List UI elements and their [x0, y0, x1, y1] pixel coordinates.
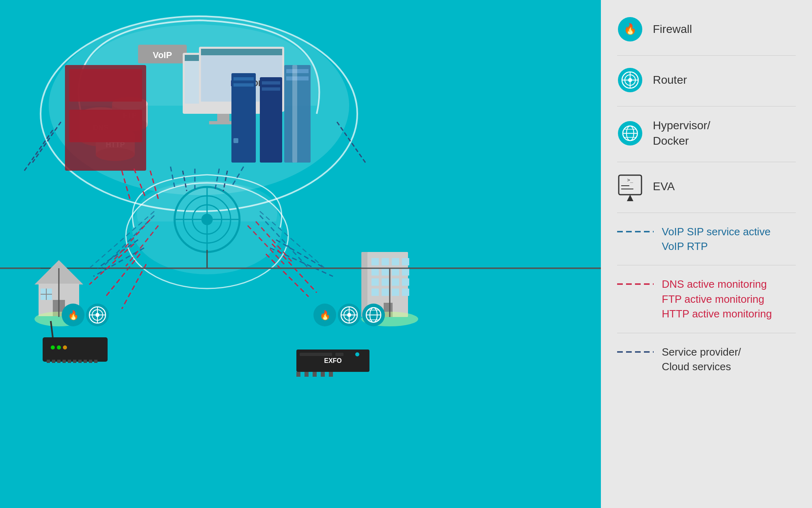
- svg-rect-76: [52, 360, 55, 363]
- diagram-area: VoIP DNS FTP HTTP EXFO: [0, 0, 601, 508]
- svg-rect-127: [321, 372, 325, 377]
- svg-rect-87: [371, 258, 379, 265]
- svg-rect-88: [382, 258, 389, 265]
- eva-label: EVA: [653, 179, 675, 194]
- svg-rect-124: [296, 372, 300, 377]
- svg-point-73: [57, 345, 61, 350]
- service-line-label: Service provider/Cloud services: [662, 345, 741, 374]
- svg-rect-36: [233, 77, 254, 80]
- svg-rect-97: [392, 278, 399, 286]
- svg-rect-81: [78, 360, 82, 363]
- svg-rect-28: [217, 114, 229, 122]
- router-label: Router: [653, 72, 687, 88]
- legend-voip-line: VoIP SIP service activeVoIP RTP: [617, 224, 796, 254]
- svg-rect-125: [304, 372, 309, 377]
- svg-point-74: [63, 345, 67, 350]
- dns-line-label: DNS active monitoringFTP active monitori…: [662, 277, 772, 321]
- svg-rect-32: [201, 49, 282, 55]
- svg-rect-37: [233, 83, 254, 87]
- svg-rect-70: [43, 337, 108, 362]
- svg-rect-83: [89, 360, 92, 363]
- svg-rect-93: [392, 268, 399, 276]
- svg-rect-89: [392, 258, 399, 265]
- divider-5: [617, 265, 796, 265]
- divider-2: [617, 106, 796, 106]
- voip-line-label: VoIP SIP service activeVoIP RTP: [662, 224, 771, 254]
- svg-rect-92: [382, 268, 389, 276]
- firewall-label: Firewall: [653, 22, 692, 37]
- svg-rect-80: [73, 360, 76, 363]
- svg-rect-101: [392, 289, 399, 296]
- divider-4: [617, 213, 796, 213]
- svg-rect-21: [69, 69, 142, 102]
- svg-rect-22: [69, 110, 142, 142]
- svg-rect-99: [371, 289, 379, 296]
- svg-rect-82: [84, 360, 87, 363]
- svg-rect-75: [47, 360, 50, 363]
- svg-rect-126: [313, 372, 317, 377]
- diagram-svg: VoIP DNS FTP HTTP EXFO: [0, 0, 601, 508]
- svg-point-72: [51, 345, 55, 350]
- legend-eva: >_ EVA: [617, 174, 796, 200]
- firewall-legend-icon: 🔥: [617, 16, 643, 42]
- svg-rect-91: [371, 268, 379, 276]
- legend-dns-line: DNS active monitoringFTP active monitori…: [617, 277, 796, 321]
- svg-text:EXFO: EXFO: [324, 357, 342, 364]
- svg-text:🔥: 🔥: [68, 310, 79, 321]
- hypervisor-legend-icon: [617, 120, 643, 146]
- svg-rect-41: [262, 87, 280, 91]
- service-dashed-line: [617, 348, 654, 358]
- hypervisor-label: Hypervisor/Docker: [653, 118, 710, 149]
- svg-text:>_: >_: [627, 177, 633, 183]
- svg-rect-94: [402, 268, 409, 276]
- svg-rect-78: [63, 360, 66, 363]
- svg-rect-122: [335, 353, 343, 356]
- svg-rect-45: [292, 65, 297, 163]
- svg-rect-96: [382, 278, 389, 286]
- svg-rect-98: [402, 278, 409, 286]
- legend-router: Router: [617, 67, 796, 93]
- dns-dashed-line: [617, 280, 654, 290]
- svg-rect-44: [286, 76, 309, 80]
- legend-panel: 🔥 Firewall Router: [601, 0, 812, 508]
- eva-legend-icon: >_: [617, 174, 643, 200]
- svg-rect-43: [286, 69, 309, 73]
- svg-rect-40: [262, 81, 280, 85]
- svg-marker-183: [627, 195, 633, 201]
- legend-firewall: 🔥 Firewall: [617, 16, 796, 42]
- svg-rect-95: [371, 278, 379, 286]
- divider-1: [617, 55, 796, 56]
- svg-rect-128: [329, 372, 333, 377]
- legend-service-line: Service provider/Cloud services: [617, 345, 796, 374]
- legend-hypervisor: Hypervisor/Docker: [617, 118, 796, 149]
- svg-rect-100: [382, 289, 389, 296]
- divider-3: [617, 162, 796, 162]
- svg-rect-38: [233, 138, 238, 143]
- router-legend-icon: [617, 67, 643, 93]
- svg-rect-77: [57, 360, 60, 363]
- voip-dashed-line: [617, 228, 654, 237]
- svg-rect-79: [68, 360, 71, 363]
- svg-text:🔥: 🔥: [320, 310, 331, 321]
- svg-rect-121: [300, 353, 332, 356]
- svg-rect-102: [402, 289, 409, 296]
- svg-rect-90: [402, 258, 409, 265]
- svg-point-123: [355, 352, 359, 356]
- divider-6: [617, 333, 796, 333]
- hypervisor-label-wrapper: Hypervisor/Docker: [653, 118, 710, 149]
- svg-text:VoIP: VoIP: [153, 50, 172, 60]
- svg-text:🔥: 🔥: [624, 22, 637, 35]
- svg-rect-84: [94, 360, 97, 363]
